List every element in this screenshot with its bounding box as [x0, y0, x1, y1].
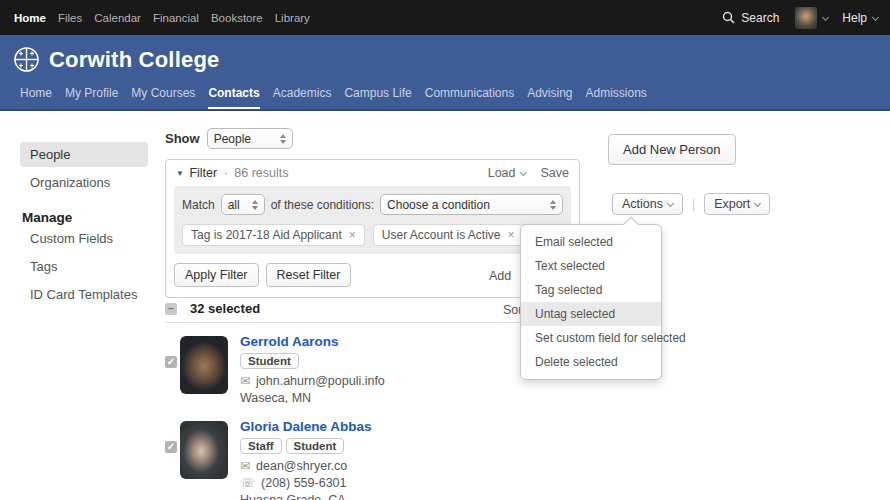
topnav-files[interactable]: Files: [58, 12, 82, 24]
row-checkbox[interactable]: ✓: [165, 356, 177, 368]
menu-item-untag-selected[interactable]: Untag selected: [521, 302, 661, 326]
role-badge: Student: [286, 438, 345, 454]
person-name-link[interactable]: Gerrold Aarons: [240, 334, 385, 349]
filter-footer: Apply Filter Reset Filter Add: [166, 254, 579, 297]
manage-heading: Manage: [22, 210, 148, 225]
global-topbar: Home Files Calendar Financial Bookstore …: [0, 0, 890, 35]
person-email[interactable]: john.ahurn@populi.info: [256, 374, 385, 388]
menu-item-email-selected[interactable]: Email selected: [521, 230, 661, 254]
topbar-right: Search Help: [722, 7, 878, 29]
show-select[interactable]: People: [207, 128, 293, 149]
match-select[interactable]: all: [221, 194, 265, 215]
user-menu-chevron-icon[interactable]: [822, 14, 829, 21]
actions-button[interactable]: Actions: [612, 193, 683, 215]
add-condition-link[interactable]: Add: [489, 269, 511, 283]
menu-item-text-selected[interactable]: Text selected: [521, 254, 661, 278]
topnav-bookstore[interactable]: Bookstore: [211, 12, 263, 24]
person-location: Waseca, MN: [240, 391, 311, 405]
selection-bar: – 32 selected Sort: [165, 301, 580, 316]
row-checkbox[interactable]: ✓: [165, 441, 177, 453]
dot-separator: ·: [224, 166, 228, 180]
match-label: Match: [182, 198, 215, 212]
actions-dropdown-menu: Email selected Text selected Tag selecte…: [520, 224, 662, 380]
nav-contacts[interactable]: Contacts: [208, 86, 259, 109]
contacts-sidebar: People Organizations Manage Custom Field…: [20, 142, 148, 310]
conditions-label: of these conditions:: [271, 198, 374, 212]
filter-title[interactable]: Filter: [189, 166, 217, 180]
export-chevron-icon: [754, 200, 761, 207]
topnav-financial[interactable]: Financial: [153, 12, 199, 24]
remove-chip-icon[interactable]: ×: [349, 228, 356, 242]
match-select-value: all: [228, 198, 240, 212]
menu-item-tag-selected[interactable]: Tag selected: [521, 278, 661, 302]
topnav-home[interactable]: Home: [14, 12, 46, 24]
button-separator: |: [692, 197, 695, 211]
remove-chip-icon[interactable]: ×: [508, 228, 515, 242]
person-location: Huasna Grade, CA: [240, 493, 346, 500]
filter-panel: ▼ Filter · 86 results Load Save Match al…: [165, 159, 580, 298]
condition-select[interactable]: Choose a condition: [380, 194, 563, 215]
menu-item-delete-selected[interactable]: Delete selected: [521, 350, 661, 374]
nav-my-courses[interactable]: My Courses: [131, 86, 195, 109]
filter-collapse-icon[interactable]: ▼: [176, 169, 184, 178]
nav-home[interactable]: Home: [20, 86, 52, 109]
person-avatar[interactable]: [180, 421, 228, 479]
person-name-link[interactable]: Gloria Dalene Abbas: [240, 419, 372, 434]
save-filter-button[interactable]: Save: [541, 166, 570, 180]
sidebar-item-custom-fields[interactable]: Custom Fields: [20, 226, 148, 251]
show-select-value: People: [214, 132, 251, 146]
filter-chip-label: User Account is Active: [382, 228, 501, 242]
filter-chip[interactable]: Tag is 2017-18 Aid Applicant ×: [182, 224, 365, 246]
list-actions-row: Actions | Export: [612, 193, 770, 215]
nav-admissions[interactable]: Admissions: [586, 86, 647, 109]
select-arrows-icon: [550, 200, 556, 210]
global-nav: Home Files Calendar Financial Bookstore …: [14, 12, 310, 24]
nav-academics[interactable]: Academics: [273, 86, 332, 109]
email-icon: ✉: [240, 374, 250, 388]
sidebar-item-organizations[interactable]: Organizations: [20, 170, 148, 195]
search-icon: [722, 11, 735, 24]
main-nav: Home My Profile My Courses Contacts Acad…: [20, 86, 647, 109]
person-phone: (208) 559-6301: [261, 476, 346, 490]
phone-icon: ☏: [240, 476, 255, 490]
search-button[interactable]: Search: [741, 11, 779, 25]
filter-conditions-panel: Match all of these conditions: Choose a …: [174, 186, 571, 254]
load-chevron-icon: [519, 169, 526, 176]
show-row: Show People: [165, 128, 293, 149]
condition-select-value: Choose a condition: [387, 198, 490, 212]
sidebar-item-tags[interactable]: Tags: [20, 254, 148, 279]
select-all-checkbox[interactable]: –: [165, 303, 177, 315]
nav-advising[interactable]: Advising: [527, 86, 572, 109]
nav-communications[interactable]: Communications: [425, 86, 514, 109]
brand: Corwith College: [13, 46, 219, 73]
role-badge: Staff: [240, 438, 282, 454]
person-email[interactable]: dean@shryer.co: [256, 459, 347, 473]
school-name[interactable]: Corwith College: [49, 47, 219, 73]
selected-count: 32 selected: [190, 301, 260, 316]
filter-results-count: 86 results: [234, 166, 288, 180]
select-arrows-icon: [280, 134, 286, 144]
apply-filter-button[interactable]: Apply Filter: [174, 263, 259, 287]
actions-chevron-icon: [667, 200, 674, 207]
college-logo-icon: [13, 46, 40, 73]
topnav-calendar[interactable]: Calendar: [94, 12, 141, 24]
export-button[interactable]: Export: [704, 193, 770, 215]
menu-item-set-custom-field[interactable]: Set custom field for selected: [521, 326, 661, 350]
list-divider: [165, 322, 580, 323]
add-new-person-button[interactable]: Add New Person: [608, 134, 736, 165]
load-filter-button[interactable]: Load: [488, 166, 526, 180]
reset-filter-button[interactable]: Reset Filter: [266, 263, 352, 287]
user-avatar[interactable]: [795, 7, 817, 29]
help-chevron-icon[interactable]: [872, 14, 879, 21]
sidebar-item-people[interactable]: People: [20, 142, 148, 167]
help-button[interactable]: Help: [842, 11, 867, 25]
nav-my-profile[interactable]: My Profile: [65, 86, 118, 109]
filter-chip[interactable]: User Account is Active ×: [373, 224, 524, 246]
sidebar-item-id-card-templates[interactable]: ID Card Templates: [20, 282, 148, 307]
filter-chip-label: Tag is 2017-18 Aid Applicant: [191, 228, 342, 242]
topnav-library[interactable]: Library: [275, 12, 310, 24]
person-avatar[interactable]: [180, 336, 228, 394]
show-label: Show: [165, 131, 200, 146]
school-header: Corwith College Home My Profile My Cours…: [0, 35, 890, 111]
nav-campus-life[interactable]: Campus Life: [344, 86, 411, 109]
